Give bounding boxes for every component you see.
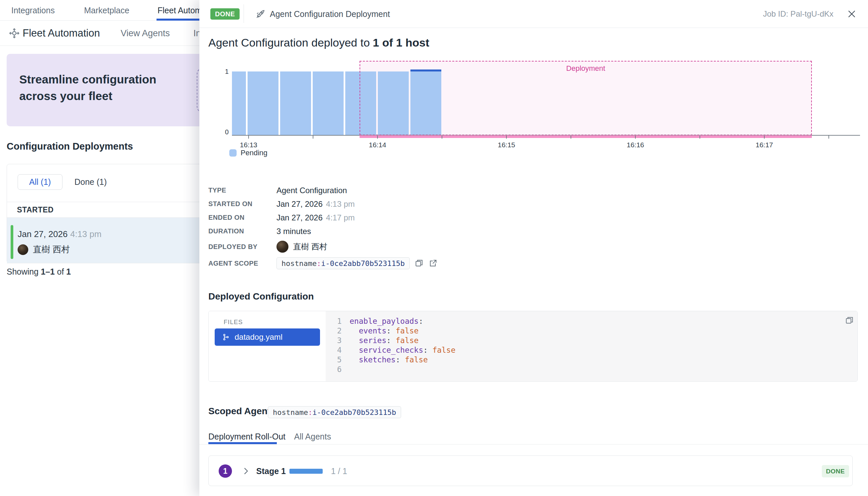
page-title: Fleet Automation [22,21,100,46]
code-line: 6 [326,365,857,374]
configuration-deployments-heading: Configuration Deployments [7,141,133,152]
files-label: FILES [224,319,243,326]
chart-bar [378,72,409,135]
chevron-right-icon[interactable] [241,466,251,476]
deployed-by-name: 直樹 西村 [293,241,327,252]
headline-text: Agent Configuration deployed to [208,36,370,49]
tab-all-deployments[interactable]: All (1) [18,174,62,190]
showing-prefix: Showing [7,267,38,276]
stage-status-badge: DONE [822,465,849,477]
chart-bar [232,72,246,135]
scoped-agents-heading: Scoped Agents [208,406,276,417]
tag-value: i-0ce2abb70b523115b [312,408,396,417]
files-pane: FILES datadog.yaml [209,311,326,381]
duration-value: 3 minutes [277,227,311,236]
tag-key: hostname [282,259,317,268]
detail-row-type: TYPE Agent Configuration [208,184,607,197]
deployed-by-label: DEPLOYED BY [208,243,277,251]
pagination-summary: Showing 1–1 of 1 [7,267,71,277]
deployed-configuration-card: FILES datadog.yaml 1enable_payloads:2 ev… [208,311,858,382]
x-axis-tick [313,136,313,139]
deployment-side-panel: DONE Agent Configuration Deployment Job … [200,0,868,496]
fleet-automation-icon [8,27,21,40]
detail-row-deployed-by: DEPLOYED BY 直樹 西村 [208,238,607,255]
close-icon[interactable] [847,9,857,19]
tabs-divider [200,444,868,445]
panel-title: Agent Configuration Deployment [270,0,390,28]
active-subtab-underline [208,442,277,444]
legend-swatch-pending [229,149,237,157]
job-id: Job ID: Pal-tgU-dKx [763,0,834,28]
detail-row-ended: ENDED ON Jan 27, 20264:17 pm [208,211,607,224]
column-header-started: STARTED [17,202,53,217]
x-axis-tick-label: 16:13 [240,141,257,149]
rocket-icon [255,9,266,19]
file-branch-icon [222,333,230,341]
x-axis-tick-label: 16:17 [756,141,773,149]
tag-key: hostname [273,408,308,417]
scoped-agents-tag[interactable]: hostname:i-0ce2abb70b523115b [268,406,401,418]
type-value: Agent Configuration [277,186,347,195]
row-status-bar [11,225,13,259]
started-on-label: STARTED ON [208,200,277,208]
chart-bar [248,72,279,135]
detail-row-agent-scope: AGENT SCOPE hostname:i-0ce2abb70b523115b [208,255,607,271]
x-axis-tick [635,136,636,139]
detail-row-duration: DURATION 3 minutes [208,224,607,238]
chart-legend: Pending [229,149,268,157]
panel-header: DONE Agent Configuration Deployment Job … [200,0,868,28]
tab-done-deployments[interactable]: Done (1) [75,174,107,190]
tab-integrations[interactable]: Integrations [11,0,55,21]
row-started-at: Jan 27, 20264:13 pm [18,229,101,239]
tab-fleet-automation[interactable]: Fleet Autom [158,0,202,21]
promo-banner: Streamline configuration across your fle… [7,54,219,126]
agent-scope-tag[interactable]: hostname:i-0ce2abb70b523115b [277,257,410,269]
external-link-icon[interactable] [428,259,438,268]
y-axis-label-0: 0 [219,128,228,136]
view-agents-link[interactable]: View Agents [121,21,170,46]
row-time: 4:13 pm [70,229,101,239]
row-date: Jan 27, 2026 [18,229,67,239]
started-date: Jan 27, 2026 [277,200,323,209]
header-divider [243,4,244,23]
started-time: 4:13 pm [326,200,355,209]
code-line: 5 sketches: false [326,355,857,365]
stage-host-count: 1 / 1 [331,456,347,486]
ended-time: 4:17 pm [326,213,355,222]
banner-heading: Streamline configuration across your fle… [19,71,179,104]
avatar [277,241,288,253]
x-axis-tick [442,136,442,139]
copy-code-icon[interactable] [845,316,854,325]
agent-scope-label: AGENT SCOPE [208,260,277,267]
x-axis-tick [506,136,507,139]
tab-deployment-roll-out[interactable]: Deployment Roll-Out [208,431,285,442]
status-badge: DONE [210,8,240,20]
chart-bar [345,72,376,135]
deployment-headline: Agent Configuration deployed to1 of 1 ho… [208,36,429,49]
tab-all-agents[interactable]: All Agents [294,431,331,442]
x-axis-tick [828,136,829,139]
copy-icon[interactable] [414,259,424,268]
tag-value: i-0ce2abb70b523115b [321,259,405,268]
code-pane: 1enable_payloads:2 events: false3 series… [326,311,857,381]
showing-range: 1–1 [41,267,55,276]
chart-bar [410,72,441,135]
stage-card[interactable]: 1 Stage 1 1 / 1 DONE [208,455,853,486]
x-axis-tick [248,136,249,139]
code-line: 1enable_payloads: [326,316,857,326]
x-axis-tick [764,136,765,139]
code-lines: 1enable_payloads:2 events: false3 series… [326,316,857,374]
file-item-datadog-yaml[interactable]: datadog.yaml [215,328,320,346]
x-axis-tick-label: 16:14 [369,141,386,149]
type-label: TYPE [208,186,277,194]
stage-progress-bar [289,469,323,474]
stage-name: Stage 1 [256,456,286,486]
tab-marketplace[interactable]: Marketplace [84,0,129,21]
detail-row-started: STARTED ON Jan 27, 20264:13 pm [208,197,607,211]
code-line: 4 service_checks: false [326,345,857,355]
chart-bar [280,72,311,135]
fleet-automation-page: Integrations Marketplace Fleet Autom Fle… [0,0,868,496]
deployment-details: TYPE Agent Configuration STARTED ON Jan … [208,184,607,271]
stage-number-badge: 1 [219,464,232,478]
x-axis-tick-label: 16:15 [498,141,516,149]
